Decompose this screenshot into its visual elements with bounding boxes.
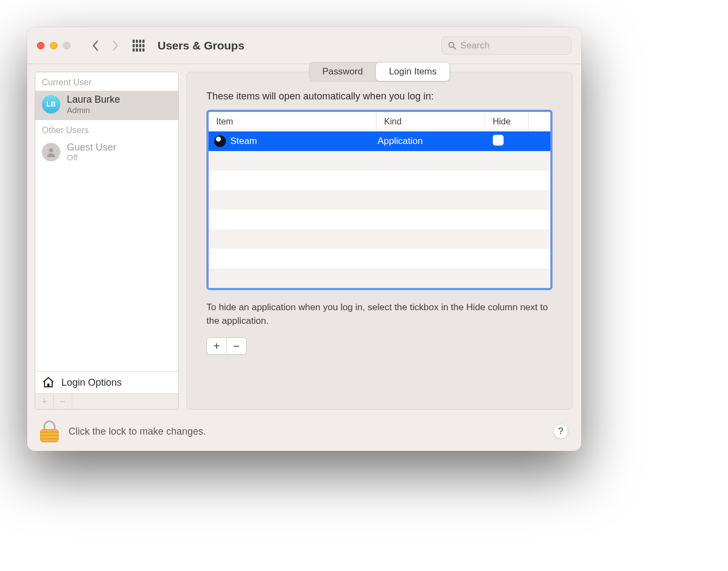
svg-line-1: [453, 47, 455, 49]
back-button[interactable]: [88, 38, 103, 53]
column-hide[interactable]: Hide: [485, 112, 529, 131]
user-role: Admin: [67, 105, 120, 115]
chevron-left-icon: [92, 40, 99, 51]
item-name: Steam: [230, 136, 257, 147]
toolbar: Users & Groups: [27, 27, 581, 64]
table-row[interactable]: [209, 249, 550, 268]
avatar: [42, 143, 60, 161]
svg-rect-3: [47, 384, 49, 387]
lock-text: Click the lock to make changes.: [68, 426, 206, 437]
user-name: Guest User: [67, 142, 116, 153]
table-row[interactable]: [209, 268, 550, 288]
search-icon: [448, 41, 456, 50]
table-row[interactable]: Steam Application: [209, 131, 550, 151]
column-item[interactable]: Item: [209, 112, 376, 131]
chevron-right-icon: [111, 40, 119, 51]
intro-text: These items will open automatically when…: [206, 91, 553, 102]
hide-checkbox[interactable]: [493, 135, 504, 146]
add-user-button[interactable]: +: [35, 394, 54, 409]
show-all-icon[interactable]: [133, 40, 145, 52]
login-options-label: Login Options: [61, 377, 122, 388]
search-field[interactable]: [441, 36, 572, 55]
hint-text: To hide an application when you log in, …: [206, 301, 553, 328]
table-header: Item Kind Hide: [209, 112, 550, 131]
traffic-lights: [37, 42, 71, 49]
table-row[interactable]: [209, 171, 550, 190]
steam-icon: [214, 135, 226, 147]
system-preferences-window: Users & Groups Current User LB Laura Bur…: [27, 27, 581, 451]
tab-password[interactable]: Password: [309, 62, 376, 81]
body: Current User LB Laura Burke Admin Other …: [27, 64, 581, 412]
svg-point-2: [49, 148, 53, 152]
table-row[interactable]: [209, 229, 550, 249]
user-name: Laura Burke: [67, 94, 120, 105]
user-list-controls: + −: [35, 393, 178, 409]
user-icon: [45, 146, 57, 158]
remove-user-button[interactable]: −: [54, 394, 72, 409]
remove-login-item-button[interactable]: −: [227, 338, 246, 354]
lock-button[interactable]: [40, 421, 59, 442]
add-login-item-button[interactable]: +: [207, 338, 227, 354]
close-window-button[interactable]: [37, 42, 45, 49]
table-row[interactable]: [209, 151, 550, 171]
segmented-control: Password Login Items: [309, 62, 450, 81]
item-kind: Application: [376, 136, 485, 147]
login-options-item[interactable]: Login Options: [35, 371, 178, 393]
current-user-section-label: Current User: [35, 72, 178, 91]
column-kind[interactable]: Kind: [376, 112, 485, 131]
user-role: Off: [67, 153, 116, 162]
tab-login-items[interactable]: Login Items: [376, 62, 450, 81]
table-row[interactable]: [209, 210, 550, 229]
forward-button[interactable]: [108, 38, 123, 53]
content-pane: Password Login Items These items will op…: [186, 72, 573, 410]
login-items-table[interactable]: Item Kind Hide Steam Application: [206, 110, 553, 290]
footer: Click the lock to make changes. ?: [27, 412, 581, 451]
lock-body-icon: [40, 429, 59, 442]
maximize-window-button[interactable]: [63, 42, 71, 49]
other-users-section-label: Other Users: [35, 120, 178, 139]
search-input[interactable]: [460, 40, 564, 51]
minimize-window-button[interactable]: [50, 42, 58, 49]
users-sidebar: Current User LB Laura Burke Admin Other …: [35, 72, 179, 410]
sidebar-user-guest[interactable]: Guest User Off: [35, 139, 178, 168]
table-body: Steam Application: [209, 131, 550, 288]
window-title: Users & Groups: [158, 39, 244, 52]
login-items-controls: + −: [206, 337, 247, 355]
house-icon: [42, 376, 55, 389]
help-button[interactable]: ?: [553, 424, 568, 439]
table-row[interactable]: [209, 190, 550, 210]
sidebar-user-current[interactable]: LB Laura Burke Admin: [35, 91, 178, 120]
avatar: LB: [42, 95, 60, 114]
